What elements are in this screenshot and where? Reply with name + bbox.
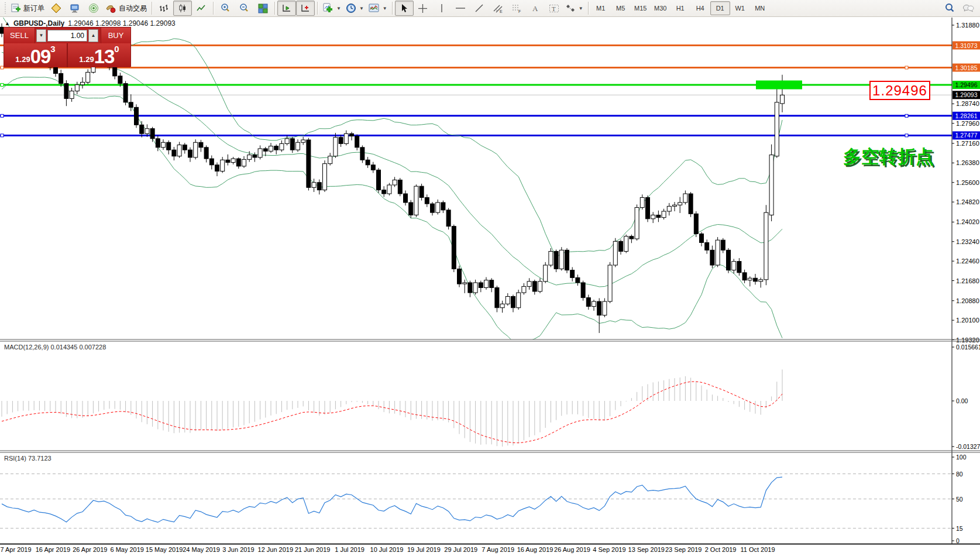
- line-anchor-marker[interactable]: [905, 66, 908, 69]
- date-axis-label[interactable]: 11 Oct 2019: [740, 546, 775, 553]
- line-anchor-marker[interactable]: [1, 84, 4, 87]
- tab-timeframe-m5[interactable]: M5: [611, 1, 631, 15]
- label-tool-button[interactable]: T: [545, 1, 563, 16]
- date-axis-label[interactable]: 16 Apr 2019: [36, 546, 70, 553]
- bearish-candle: [721, 240, 725, 250]
- collapse-arrow-icon[interactable]: ▲: [5, 20, 10, 26]
- bearish-candle: [156, 139, 160, 147]
- date-axis-label[interactable]: 2 Oct 2019: [705, 546, 737, 553]
- date-axis-label[interactable]: 26 Apr 2019: [73, 546, 107, 553]
- line-chart-button[interactable]: [192, 1, 211, 16]
- date-axis-label[interactable]: 4 Sep 2019: [593, 546, 625, 553]
- vertical-line-tool-button[interactable]: [432, 1, 451, 16]
- templates-button[interactable]: ▼: [366, 1, 390, 16]
- date-axis-label[interactable]: 16 Aug 2019: [517, 546, 553, 553]
- bearish-candle: [215, 165, 219, 171]
- line-anchor-marker[interactable]: [905, 134, 908, 137]
- alert-price-box[interactable]: 1.29496: [869, 81, 930, 100]
- date-axis-label[interactable]: 7 Aug 2019: [482, 546, 514, 553]
- sell-button[interactable]: SELL: [4, 28, 35, 43]
- bearish-candle: [350, 133, 354, 136]
- metaeditor-button[interactable]: [47, 1, 66, 16]
- chart-canvas[interactable]: 1.318801.287401.279601.271601.263801.256…: [0, 0, 980, 556]
- date-axis-label[interactable]: 1 Jul 2019: [335, 546, 365, 553]
- bearish-candle: [656, 215, 661, 217]
- candlestick-chart-button[interactable]: [173, 1, 192, 16]
- search-button[interactable]: [940, 1, 959, 16]
- bullish-candle: [559, 250, 563, 269]
- price-badge-label: 1.31073: [955, 42, 978, 49]
- new-order-button[interactable]: 新订单: [9, 1, 47, 16]
- autotrade-button[interactable]: 自动交易: [103, 1, 149, 16]
- chat-button[interactable]: [959, 1, 978, 16]
- trendline-tool-button[interactable]: [470, 1, 489, 16]
- date-axis-label[interactable]: 19 Jul 2019: [407, 546, 441, 553]
- line-anchor-marker[interactable]: [1, 114, 4, 117]
- date-axis-label[interactable]: 23 Sep 2019: [665, 546, 702, 553]
- bullish-candle: [344, 133, 348, 143]
- channel-tool-button[interactable]: E: [489, 1, 507, 16]
- bar-chart-button[interactable]: [154, 1, 173, 16]
- market-watch-icon: [70, 4, 80, 13]
- tab-timeframe-h4[interactable]: H4: [690, 1, 710, 15]
- price-tick-label: 1.24020: [956, 218, 979, 225]
- horizontal-line-tool-button[interactable]: [451, 1, 470, 16]
- bullish-candle: [678, 203, 682, 205]
- periods-button[interactable]: ▼: [343, 1, 366, 16]
- tab-timeframe-m15[interactable]: M15: [631, 1, 651, 15]
- signals-button[interactable]: [84, 1, 103, 16]
- tab-timeframe-d1[interactable]: D1: [710, 1, 730, 15]
- date-axis-label[interactable]: 24 May 2019: [183, 546, 220, 553]
- crosshair-tool-button[interactable]: [414, 1, 432, 16]
- date-axis-label[interactable]: 21 Jun 2019: [295, 546, 331, 553]
- chart-shift-button[interactable]: [296, 1, 315, 16]
- text-tool-button[interactable]: A: [526, 1, 545, 16]
- volume-input[interactable]: [47, 30, 87, 42]
- auto-scroll-icon: [281, 4, 292, 13]
- bullish-candle: [603, 301, 607, 315]
- date-axis-label[interactable]: 10 Jul 2019: [370, 546, 404, 553]
- macd-panel: [2, 369, 782, 447]
- turning-point-annotation[interactable]: 多空转折点: [843, 145, 934, 169]
- volume-increase-button[interactable]: ▲: [88, 29, 98, 42]
- toolbar-grip[interactable]: [4, 2, 7, 14]
- tab-timeframe-w1[interactable]: W1: [730, 1, 750, 15]
- market-watch-button[interactable]: [66, 1, 84, 16]
- date-axis-label[interactable]: 29 Jul 2019: [444, 546, 477, 553]
- date-axis-label[interactable]: 13 Sep 2019: [628, 546, 665, 553]
- zoom-out-button[interactable]: [235, 1, 253, 16]
- bearish-candle: [754, 278, 758, 282]
- chevron-down-icon: ▼: [579, 6, 583, 11]
- bullish-candle: [640, 197, 644, 207]
- ohlc-values: 1.29046 1.29098 1.29046 1.29093: [68, 19, 176, 28]
- line-anchor-marker[interactable]: [905, 114, 908, 117]
- indicators-button[interactable]: ▼: [320, 1, 343, 16]
- tab-timeframe-mn[interactable]: MN: [750, 1, 770, 15]
- cursor-tool-button[interactable]: [395, 1, 414, 16]
- date-axis-label[interactable]: 26 Aug 2019: [554, 546, 590, 553]
- bearish-candle: [468, 283, 472, 293]
- tab-timeframe-h1[interactable]: H1: [670, 1, 690, 15]
- volume-decrease-button[interactable]: ▼: [36, 29, 46, 42]
- buy-button[interactable]: BUY: [101, 28, 130, 43]
- bearish-candle: [118, 76, 122, 84]
- bearish-candle: [123, 84, 128, 102]
- fibonacci-tool-button[interactable]: F: [507, 1, 526, 16]
- date-axis-label[interactable]: 7 Apr 2019: [0, 546, 31, 553]
- auto-scroll-button[interactable]: [277, 1, 296, 16]
- arrows-tool-button[interactable]: ▼: [563, 1, 586, 16]
- svg-text:E: E: [500, 9, 503, 13]
- buy-price[interactable]: 1.29 13 0: [68, 43, 130, 67]
- crosshair-icon: [418, 4, 428, 13]
- sell-price[interactable]: 1.29 09 3: [4, 43, 68, 67]
- highlight-rectangle-object[interactable]: [756, 81, 802, 90]
- line-anchor-marker[interactable]: [1, 134, 4, 137]
- date-axis-label[interactable]: 12 Jun 2019: [258, 546, 294, 553]
- tab-timeframe-m30[interactable]: M30: [651, 1, 670, 15]
- date-axis-label[interactable]: 3 Jun 2019: [222, 546, 254, 553]
- tab-timeframe-m1[interactable]: M1: [591, 1, 611, 15]
- zoom-in-button[interactable]: [216, 1, 235, 16]
- date-axis-label[interactable]: 6 May 2019: [110, 546, 143, 553]
- tile-windows-button[interactable]: [253, 1, 272, 16]
- date-axis-label[interactable]: 15 May 2019: [146, 546, 183, 553]
